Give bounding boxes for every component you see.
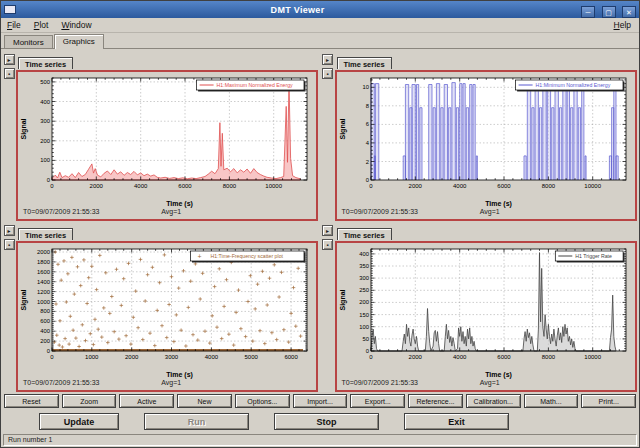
- pane-group-bottom-right: ▸ ▪ Time series 020004000600080001000005…: [321, 222, 640, 393]
- legend-label: H1:Maximum Normalized Energy: [217, 82, 294, 88]
- run-button[interactable]: Run: [144, 413, 249, 430]
- svg-text:400: 400: [40, 99, 50, 105]
- svg-text:100: 100: [359, 324, 369, 330]
- reset-button[interactable]: Reset: [4, 394, 59, 408]
- svg-text:2000: 2000: [37, 249, 50, 255]
- svg-text:1000: 1000: [37, 299, 50, 305]
- legend-label: H1:Time-Frequency scatter plot: [211, 253, 284, 259]
- chart-max-normalized-energy: 02000400060008000100000100200300400500Ti…: [19, 73, 315, 209]
- plot-pane-max-energy[interactable]: 02000400060008000100000100200300400500Ti…: [16, 70, 318, 221]
- zoom-button[interactable]: Zoom: [62, 394, 117, 408]
- tab-bar: Monitors Graphics: [1, 33, 639, 49]
- pane-strip: ▸ ▪: [2, 224, 16, 393]
- avg-label: Avg=1: [161, 379, 181, 386]
- pane-select-button[interactable]: ▪: [4, 239, 15, 250]
- menu-window[interactable]: Window: [59, 19, 93, 31]
- pane-tab[interactable]: Time series: [18, 228, 73, 240]
- options-button[interactable]: Options...: [235, 394, 290, 408]
- pane-tab[interactable]: Time series: [337, 228, 392, 240]
- pane-expand-button[interactable]: ▸: [322, 54, 333, 65]
- close-button[interactable]: ✕: [622, 6, 636, 18]
- svg-text:350: 350: [359, 263, 369, 269]
- pane-tab[interactable]: Time series: [337, 57, 392, 69]
- stop-button[interactable]: Stop: [274, 413, 379, 430]
- plot-pane-time-frequency[interactable]: 0100020003000400050006000020040060080010…: [16, 241, 318, 392]
- svg-text:10000: 10000: [584, 354, 601, 360]
- svg-text:200: 200: [359, 299, 369, 305]
- pane-select-button[interactable]: ▪: [322, 239, 333, 250]
- pane-tab[interactable]: Time series: [18, 57, 73, 69]
- t0-label: T0=09/07/2009 21:55:33: [23, 208, 99, 215]
- menu-plot[interactable]: Plot: [32, 19, 51, 31]
- svg-text:4000: 4000: [453, 183, 467, 189]
- y-axis-label: Signal: [339, 289, 347, 310]
- svg-text:1400: 1400: [37, 279, 50, 285]
- t0-label: T0=09/07/2009 21:55:33: [342, 379, 418, 386]
- update-button[interactable]: Update: [39, 413, 119, 430]
- math-button[interactable]: Math...: [524, 394, 579, 408]
- maximize-button[interactable]: ▢: [602, 6, 616, 18]
- reference-button[interactable]: Reference...: [408, 394, 463, 408]
- svg-text:1000: 1000: [85, 354, 99, 360]
- svg-text:8000: 8000: [223, 183, 237, 189]
- svg-text:2000: 2000: [125, 354, 139, 360]
- calibration-button[interactable]: Calibration...: [466, 394, 521, 408]
- x-axis-label: Time (s): [485, 200, 512, 208]
- exit-button[interactable]: Exit: [404, 413, 509, 430]
- plot-pane-min-energy[interactable]: 02000400060008000100000246810Time (s)Sig…: [335, 70, 637, 221]
- pane-strip: ▸ ▪: [321, 53, 335, 222]
- svg-text:0: 0: [47, 348, 50, 354]
- pane-select-button[interactable]: ▪: [4, 68, 15, 79]
- minimize-icon: ─: [586, 9, 591, 16]
- square-icon: ▪: [326, 242, 328, 248]
- window-icon[interactable]: [4, 5, 16, 14]
- svg-text:0: 0: [369, 354, 373, 360]
- plot-pane-trigger-rate[interactable]: 0200040006000800010000050100150200250300…: [335, 241, 637, 392]
- svg-text:500: 500: [40, 79, 50, 85]
- avg-label: Avg=1: [480, 208, 500, 215]
- active-button[interactable]: Active: [119, 394, 174, 408]
- svg-text:10: 10: [362, 84, 368, 90]
- svg-text:200: 200: [40, 138, 50, 144]
- x-axis-label: Time (s): [485, 371, 512, 379]
- y-axis-label: Signal: [20, 118, 28, 139]
- svg-text:4000: 4000: [453, 354, 467, 360]
- svg-text:1800: 1800: [37, 259, 50, 265]
- x-axis-label: Time (s): [166, 371, 193, 379]
- avg-label: Avg=1: [161, 208, 181, 215]
- titlebar[interactable]: DMT Viewer ─ ▢ ✕: [1, 1, 639, 18]
- pane-expand-button[interactable]: ▸: [4, 54, 15, 65]
- new-button[interactable]: New: [177, 394, 232, 408]
- tab-graphics[interactable]: Graphics: [54, 34, 104, 49]
- pane-strip: ▸ ▪: [321, 224, 335, 393]
- svg-text:8000: 8000: [541, 354, 555, 360]
- pane-expand-button[interactable]: ▸: [4, 225, 15, 236]
- svg-text:5000: 5000: [245, 354, 259, 360]
- svg-text:400: 400: [40, 328, 50, 334]
- arrow-right-icon: ▸: [7, 228, 10, 234]
- svg-text:10000: 10000: [265, 183, 282, 189]
- chart-trigger-rate: 0200040006000800010000050100150200250300…: [338, 244, 634, 380]
- svg-text:2000: 2000: [408, 354, 422, 360]
- menu-file[interactable]: File: [5, 19, 23, 31]
- import-button[interactable]: Import...: [293, 394, 348, 408]
- svg-text:400: 400: [359, 251, 369, 257]
- svg-text:4: 4: [365, 140, 369, 146]
- t0-label: T0=09/07/2009 21:55:33: [342, 208, 418, 215]
- pane-select-button[interactable]: ▪: [322, 68, 333, 79]
- command-button-row: Update Run Stop Exit: [1, 410, 639, 433]
- svg-text:0: 0: [369, 183, 373, 189]
- svg-text:0: 0: [50, 183, 54, 189]
- svg-text:6: 6: [365, 121, 368, 127]
- t0-label: T0=09/07/2009 21:55:33: [23, 379, 99, 386]
- tab-monitors[interactable]: Monitors: [4, 35, 53, 48]
- maximize-icon: ▢: [605, 9, 612, 16]
- export-button[interactable]: Export...: [350, 394, 405, 408]
- svg-text:0: 0: [47, 177, 50, 183]
- arrow-right-icon: ▸: [7, 57, 10, 63]
- svg-text:1200: 1200: [37, 289, 50, 295]
- menu-help[interactable]: Help: [612, 19, 633, 31]
- print-button[interactable]: Print...: [581, 394, 636, 408]
- pane-expand-button[interactable]: ▸: [322, 225, 333, 236]
- minimize-button[interactable]: ─: [581, 6, 595, 18]
